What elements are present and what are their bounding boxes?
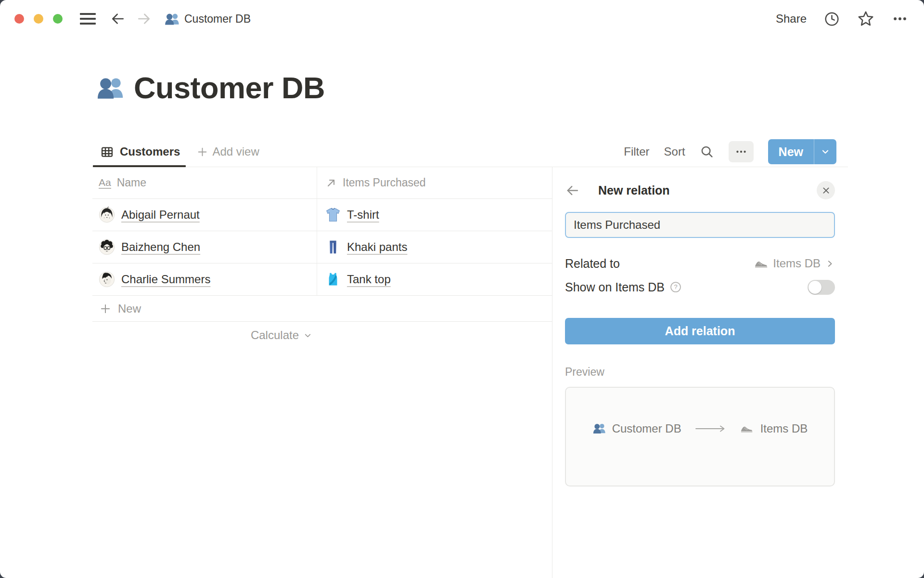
column-header-name[interactable]: Aa Name bbox=[92, 167, 317, 198]
new-row-button[interactable]: New bbox=[92, 296, 552, 322]
toggle-knob bbox=[808, 281, 821, 294]
search-icon[interactable] bbox=[700, 144, 714, 159]
new-record-button[interactable]: New bbox=[768, 139, 814, 164]
name-cell: Charlie Summers bbox=[92, 263, 317, 295]
running-shoe-icon bbox=[740, 423, 754, 434]
jeans-icon bbox=[325, 239, 341, 255]
new-record-split-button: New bbox=[768, 139, 836, 164]
panel-close-button[interactable] bbox=[817, 181, 835, 199]
items-cell: T-shirt bbox=[317, 199, 552, 231]
app-window: Customer DB Share Customer DB bbox=[0, 0, 924, 578]
related-to-select[interactable]: Items DB bbox=[754, 257, 835, 270]
page-title-block: Customer DB bbox=[96, 70, 325, 105]
table-header-row: Aa Name Items Purchased bbox=[92, 167, 552, 199]
titlebar-actions: Share bbox=[776, 10, 908, 27]
panel-title: New relation bbox=[598, 184, 670, 197]
tab-customers[interactable]: Customers bbox=[92, 137, 189, 167]
t-shirt-icon bbox=[325, 207, 341, 223]
history-nav bbox=[110, 11, 152, 26]
add-relation-button[interactable]: Add relation bbox=[565, 318, 835, 344]
related-to-row: Related to Items DB bbox=[565, 252, 835, 275]
busts-in-silhouette-icon bbox=[592, 422, 605, 435]
breadcrumb-title: Customer DB bbox=[184, 13, 251, 26]
relation-name-field-wrap bbox=[565, 212, 835, 238]
items-column-label: Items Purchased bbox=[343, 176, 426, 189]
name-column-label: Name bbox=[117, 176, 146, 189]
avatar-abigail-icon bbox=[99, 207, 115, 223]
preview-target-label: Items DB bbox=[760, 422, 808, 435]
preview-box: Customer DB Items DB bbox=[565, 387, 835, 486]
page-busts-in-silhouette-icon[interactable] bbox=[96, 74, 123, 102]
share-button[interactable]: Share bbox=[776, 12, 807, 26]
table-row: Abigail Pernaut T-shirt bbox=[92, 199, 552, 231]
window-titlebar: Customer DB Share bbox=[0, 0, 924, 38]
page-link[interactable]: Abigail Pernaut bbox=[121, 208, 200, 222]
preview-label: Preview bbox=[565, 366, 835, 379]
add-relation-label: Add relation bbox=[665, 324, 735, 338]
name-cell: Baizheng Chen bbox=[92, 231, 317, 263]
new-relation-panel: New relation Related to Items DB Show on… bbox=[552, 167, 924, 578]
traffic-lights bbox=[14, 14, 63, 24]
avatar-charlie-icon bbox=[99, 271, 115, 288]
close-window-button[interactable] bbox=[14, 14, 24, 24]
show-on-row: Show on Items DB ? bbox=[565, 276, 835, 299]
sort-button[interactable]: Sort bbox=[664, 145, 685, 158]
chevron-right-icon bbox=[825, 259, 835, 269]
relation-name-input[interactable] bbox=[566, 218, 834, 232]
show-on-toggle[interactable] bbox=[808, 280, 835, 295]
show-on-label: Show on Items DB bbox=[565, 280, 665, 294]
sidebar-menu-icon[interactable] bbox=[80, 13, 96, 25]
calculate-button[interactable]: Calculate bbox=[92, 322, 317, 349]
related-to-label: Related to bbox=[565, 257, 620, 271]
relation-link[interactable]: T-shirt bbox=[347, 208, 379, 222]
view-toolbar: Filter Sort New bbox=[624, 139, 848, 164]
busts-in-silhouette-icon bbox=[164, 12, 179, 26]
table-row: Baizheng Chen Khaki pants bbox=[92, 231, 552, 263]
table-view-icon bbox=[100, 145, 114, 159]
calculate-label: Calculate bbox=[251, 328, 299, 342]
table-row: Charlie Summers Tank top bbox=[92, 263, 552, 296]
view-options-icon[interactable] bbox=[729, 141, 754, 162]
breadcrumb[interactable]: Customer DB bbox=[164, 12, 251, 26]
close-icon bbox=[821, 186, 831, 195]
page-link[interactable]: Charlie Summers bbox=[121, 273, 210, 286]
avatar-baizheng-icon bbox=[99, 239, 115, 255]
desktop: Customer DB Share Customer DB bbox=[0, 0, 924, 578]
updates-clock-icon[interactable] bbox=[824, 11, 840, 27]
filter-button[interactable]: Filter bbox=[624, 145, 649, 158]
add-view-label: Add view bbox=[212, 145, 259, 158]
add-view-button[interactable]: Add view bbox=[196, 145, 259, 158]
page-link[interactable]: Baizheng Chen bbox=[121, 240, 200, 254]
name-cell: Abigail Pernaut bbox=[92, 199, 317, 231]
minimize-window-button[interactable] bbox=[34, 14, 43, 24]
relation-link[interactable]: Khaki pants bbox=[347, 240, 407, 254]
tab-customers-label: Customers bbox=[120, 145, 180, 158]
items-cell: Khaki pants bbox=[317, 231, 552, 263]
new-row-label: New bbox=[118, 302, 141, 315]
preview-source-label: Customer DB bbox=[612, 422, 681, 435]
help-question-icon[interactable]: ? bbox=[669, 281, 682, 293]
chevron-down-icon bbox=[303, 330, 313, 341]
items-cell: Tank top bbox=[317, 263, 552, 295]
related-to-value: Items DB bbox=[773, 257, 821, 270]
svg-text:?: ? bbox=[674, 283, 677, 290]
zoom-window-button[interactable] bbox=[53, 14, 63, 24]
relation-link[interactable]: Tank top bbox=[347, 273, 391, 286]
more-options-icon[interactable] bbox=[892, 11, 908, 27]
new-record-dropdown-button[interactable] bbox=[814, 139, 836, 164]
column-header-items-purchased[interactable]: Items Purchased bbox=[317, 167, 552, 198]
running-shoe-icon bbox=[754, 258, 769, 269]
plus-icon bbox=[196, 146, 208, 158]
preview-content: Customer DB Items DB bbox=[592, 422, 808, 435]
text-property-icon: Aa bbox=[99, 177, 111, 189]
forward-arrow-icon[interactable] bbox=[136, 11, 152, 26]
back-arrow-icon[interactable] bbox=[110, 11, 126, 26]
page-title: Customer DB bbox=[134, 70, 325, 105]
tank-top-icon bbox=[325, 272, 341, 287]
customers-table: Aa Name Items Purchased Abigail Pernaut bbox=[92, 167, 552, 349]
views-toolbar-row: Customers Add view Filter Sort New bbox=[92, 137, 848, 167]
panel-back-arrow-icon[interactable] bbox=[565, 183, 580, 198]
relation-direction-arrow-icon bbox=[695, 424, 727, 433]
favorite-star-icon[interactable] bbox=[857, 10, 874, 27]
panel-header: New relation bbox=[565, 179, 835, 202]
